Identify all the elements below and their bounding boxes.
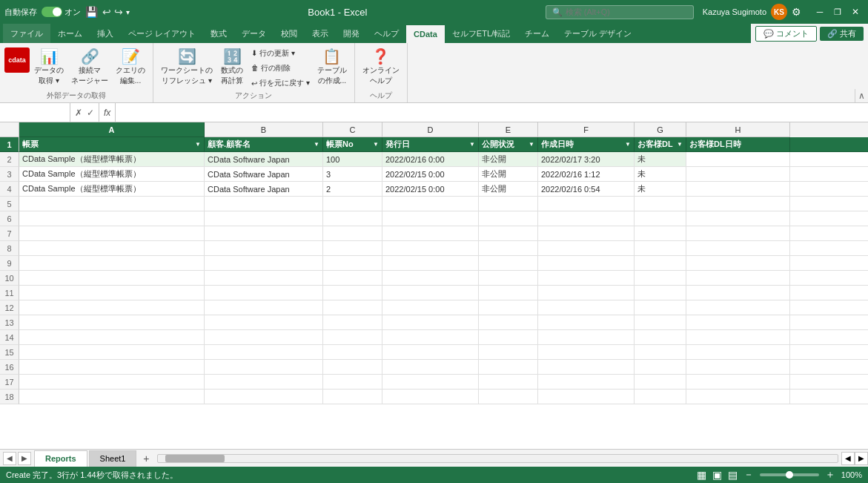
data-cell[interactable]: 2 [323, 182, 382, 197]
search-input[interactable] [566, 7, 669, 16]
data-cell[interactable]: 3 [323, 167, 382, 182]
ribbon-collapse[interactable]: ∧ [855, 89, 868, 102]
close-button[interactable]: ✕ [847, 4, 864, 20]
search-box[interactable]: 🔍 [546, 5, 694, 19]
data-cell[interactable]: 未 [635, 182, 686, 197]
tab-help[interactable]: ヘルプ [367, 24, 406, 43]
save-icon[interactable]: 💾 [85, 6, 98, 18]
col-header-a[interactable]: A [19, 122, 205, 137]
view-break-icon[interactable]: ▤ [728, 469, 738, 481]
cell-reference[interactable]: A1 [0, 103, 70, 122]
header-cell-a[interactable]: 帳票 ▼ [19, 137, 205, 152]
avatar[interactable]: KS [771, 4, 787, 20]
recalculate-button[interactable]: 🔢 数式の 再計算 [217, 46, 247, 88]
scroll-right-btn[interactable]: ▶ [855, 452, 868, 465]
data-cell[interactable]: 2022/02/16 0:00 [382, 152, 479, 167]
minimize-button[interactable]: ─ [812, 4, 828, 20]
online-help-button[interactable]: ❓ オンライン ヘルプ [360, 46, 402, 88]
restore-button[interactable]: ❐ [829, 4, 846, 20]
data-cell[interactable]: CData Software Japan [205, 182, 323, 197]
sheet-tab-reports[interactable]: Reports [34, 450, 87, 467]
col-header-e[interactable]: E [479, 122, 538, 137]
data-cell[interactable]: 100 [323, 152, 382, 167]
view-layout-icon[interactable]: ▣ [712, 469, 722, 481]
tab-home[interactable]: ホーム [50, 24, 90, 43]
tab-view[interactable]: 表示 [305, 24, 336, 43]
get-data-button[interactable]: 📊 データの 取得 ▾ [31, 46, 67, 88]
dropdown-arrow-a[interactable]: ▼ [195, 141, 201, 148]
zoom-slider-thumb[interactable] [786, 471, 793, 479]
tab-self-etl[interactable]: セルフETL/転記 [445, 24, 517, 43]
zoom-plus-button[interactable]: ＋ [825, 468, 835, 482]
share-button[interactable]: 🔗 共有 [820, 27, 864, 41]
add-sheet-button[interactable]: + [138, 450, 154, 467]
tab-cdata[interactable]: CData [406, 24, 445, 43]
dropdown-arrow-e[interactable]: ▼ [529, 141, 534, 148]
tab-formula[interactable]: 数式 [203, 24, 234, 43]
scrollbar-thumb[interactable] [165, 455, 225, 462]
redo-icon[interactable]: ↪ [114, 6, 123, 18]
undo-redo[interactable]: ↩ ↪ ▾ [102, 6, 130, 18]
col-header-g[interactable]: G [635, 122, 686, 137]
update-row-button[interactable]: ⬇行の更新 ▾ [248, 47, 313, 60]
sheet-nav-prev[interactable]: ◀ [3, 452, 16, 465]
dropdown-arrow-f[interactable]: ▼ [625, 141, 631, 148]
col-header-d[interactable]: D [382, 122, 479, 137]
data-cell[interactable]: CData Sample（縦型標準帳票） [19, 167, 205, 182]
refresh-button[interactable]: 🔄 ワークシートの リフレッシュ ▾ [158, 46, 216, 88]
data-cell[interactable]: 2022/02/15 0:00 [382, 182, 479, 197]
tab-table-design[interactable]: テーブル デザイン [557, 24, 639, 43]
tab-review[interactable]: 校閲 [274, 24, 305, 43]
col-header-c[interactable]: C [323, 122, 382, 137]
data-cell[interactable]: CData Sample（縦型標準帳票） [19, 152, 205, 167]
data-cell[interactable]: 未 [635, 152, 686, 167]
data-cell[interactable] [686, 182, 790, 197]
restore-row-button[interactable]: ↩行を元に戻す ▾ [248, 76, 313, 90]
data-cell[interactable]: 非公開 [479, 167, 538, 182]
tab-insert[interactable]: 挿入 [90, 24, 121, 43]
zoom-minus-button[interactable]: － [743, 468, 754, 482]
profile-icon[interactable]: ⚙ [792, 6, 801, 18]
dropdown-arrow-c[interactable]: ▼ [373, 141, 379, 148]
header-cell-b[interactable]: 顧客.顧客名 ▼ [205, 137, 323, 152]
zoom-slider[interactable] [760, 473, 819, 476]
sheet-scrollbar[interactable] [157, 454, 838, 463]
data-cell[interactable]: CData Sample（縦型標準帳票） [19, 182, 205, 197]
dropdown-arrow-b[interactable]: ▼ [314, 141, 319, 148]
confirm-formula-icon[interactable]: ✓ [87, 108, 94, 118]
create-table-button[interactable]: 📋 テーブル の作成... [314, 46, 350, 88]
delete-row-button[interactable]: 🗑行の削除 [248, 62, 313, 75]
data-cell[interactable]: 非公開 [479, 182, 538, 197]
scroll-left-btn[interactable]: ◀ [841, 452, 855, 465]
autosave-toggle[interactable]: オン [42, 7, 81, 18]
col-header-h[interactable]: H [686, 122, 790, 137]
comment-button[interactable]: 💬 コメント [755, 26, 817, 42]
data-cell[interactable]: 2022/02/16 0:54 [538, 182, 635, 197]
header-cell-g[interactable]: お客様DL ▼ [635, 137, 686, 152]
header-cell-f[interactable]: 作成日時 ▼ [538, 137, 635, 152]
header-cell-c[interactable]: 帳票No ▼ [323, 137, 382, 152]
tab-developer[interactable]: 開発 [336, 24, 367, 43]
col-header-b[interactable]: B [205, 122, 323, 137]
data-cell[interactable]: 2022/02/15 0:00 [382, 167, 479, 182]
tab-page-layout[interactable]: ページ レイアウト [121, 24, 203, 43]
formula-input[interactable]: 帳票 [116, 103, 868, 122]
undo-icon[interactable]: ↩ [102, 6, 111, 18]
header-cell-e[interactable]: 公開状況 ▼ [479, 137, 538, 152]
data-cell[interactable]: 未 [635, 167, 686, 182]
view-normal-icon[interactable]: ▦ [697, 469, 706, 481]
data-cell[interactable]: 2022/02/17 3:20 [538, 152, 635, 167]
dropdown-arrow-g[interactable]: ▼ [677, 141, 683, 148]
tab-file[interactable]: ファイル [3, 24, 50, 43]
customize-icon[interactable]: ▾ [126, 8, 130, 16]
sheet-nav-next[interactable]: ▶ [18, 452, 31, 465]
header-cell-h[interactable]: お客様DL日時 [686, 137, 790, 152]
col-header-f[interactable]: F [538, 122, 635, 137]
cancel-formula-icon[interactable]: ✗ [75, 108, 82, 118]
sheet-tab-sheet1[interactable]: Sheet1 [89, 450, 137, 467]
query-edit-button[interactable]: 📝 クエリの 編集... [113, 46, 148, 88]
data-cell[interactable]: 2022/02/16 1:12 [538, 167, 635, 182]
tab-data[interactable]: データ [234, 24, 274, 43]
data-cell[interactable] [686, 152, 790, 167]
header-cell-d[interactable]: 発行日 ▼ [382, 137, 479, 152]
